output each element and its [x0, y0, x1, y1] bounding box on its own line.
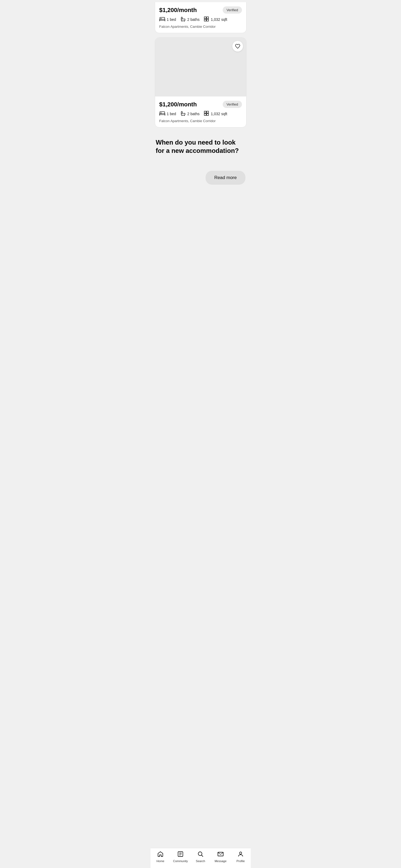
- card-header-1: $1,200/month Verified: [159, 6, 242, 13]
- card-location-2: Falcon Apartments, Cambie Corridor: [159, 119, 242, 123]
- svg-rect-3: [204, 19, 206, 21]
- beds-label-2: 1 bed: [167, 112, 176, 116]
- scroll-content: $1,200/month Verified: [151, 0, 251, 217]
- sqft-icon-1: [204, 16, 209, 23]
- card-features-1: 1 bed 2 baths: [159, 16, 242, 23]
- card-features-2: 1 bed 2 baths: [159, 111, 242, 117]
- sqft-feature-2: 1,032 sqft: [204, 111, 227, 117]
- listing-image-2: [155, 38, 246, 96]
- favorite-button-2[interactable]: [232, 41, 243, 52]
- svg-rect-8: [204, 114, 206, 116]
- sqft-label-1: 1,032 sqft: [211, 18, 227, 22]
- svg-rect-4: [207, 19, 209, 21]
- card-body-2: $1,200/month Verified: [155, 96, 246, 127]
- card-location-1: Falcon Apartments, Cambie Corridor: [159, 25, 242, 29]
- baths-label-2: 2 baths: [187, 112, 200, 116]
- svg-rect-2: [207, 17, 209, 19]
- listing-card-1: $1,200/month Verified: [155, 2, 246, 33]
- listing-card-2: $1,200/month Verified: [155, 37, 246, 127]
- sqft-icon-2: [204, 111, 209, 117]
- baths-feature-1: 2 baths: [181, 16, 200, 23]
- read-more-button[interactable]: Read more: [206, 171, 245, 185]
- listing-price-2: $1,200/month: [159, 101, 197, 108]
- promo-title: When do you need to look for a new accom…: [156, 138, 245, 155]
- beds-feature-1: 1 bed: [159, 17, 176, 22]
- bath-icon-1: [181, 16, 186, 23]
- card-header-2: $1,200/month Verified: [159, 101, 242, 108]
- verified-badge-2: Verified: [223, 101, 242, 108]
- card-body-1: $1,200/month Verified: [155, 2, 246, 33]
- verified-badge-1: Verified: [223, 6, 242, 13]
- bed-icon-1: [159, 17, 165, 22]
- beds-feature-2: 1 bed: [159, 111, 176, 117]
- phone-container: $1,200/month Verified: [151, 0, 251, 217]
- svg-point-5: [161, 113, 161, 113]
- bath-icon-2: [181, 111, 186, 117]
- beds-label-1: 1 bed: [167, 18, 176, 22]
- svg-rect-1: [204, 17, 206, 19]
- promo-section: When do you need to look for a new accom…: [151, 132, 251, 190]
- sqft-label-2: 1,032 sqft: [211, 112, 227, 116]
- svg-rect-7: [207, 111, 209, 113]
- bed-icon-2: [159, 111, 165, 117]
- baths-label-1: 2 baths: [187, 18, 200, 22]
- svg-rect-9: [207, 114, 209, 116]
- sqft-feature-1: 1,032 sqft: [204, 16, 227, 23]
- svg-rect-6: [204, 111, 206, 113]
- svg-point-0: [161, 18, 161, 19]
- listing-price-1: $1,200/month: [159, 7, 197, 13]
- baths-feature-2: 2 baths: [181, 111, 200, 117]
